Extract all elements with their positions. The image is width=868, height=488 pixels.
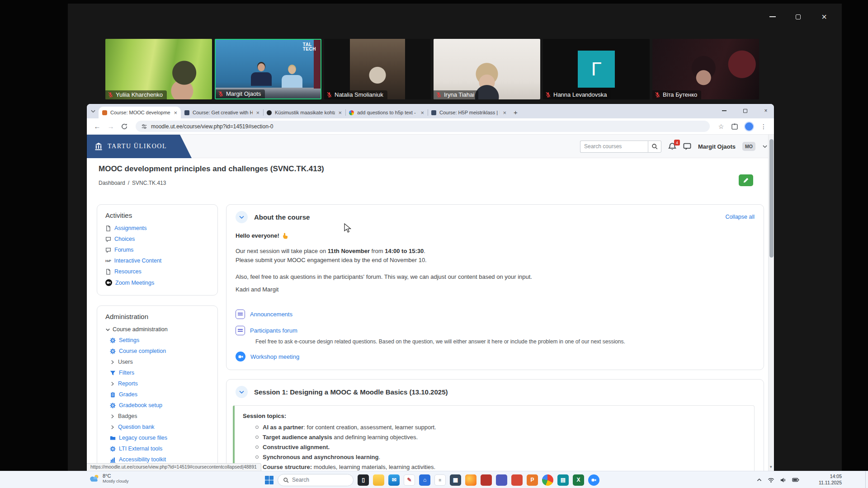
chevron-down-icon[interactable]: [762, 144, 768, 149]
calculator-app-icon[interactable]: ▦: [450, 474, 461, 486]
search-button[interactable]: [648, 141, 661, 153]
tab-google-search[interactable]: add questions to h5p text - Go ×: [345, 107, 428, 118]
battery-icon[interactable]: [792, 476, 799, 483]
admin-item-question-bank[interactable]: Question bank: [110, 424, 209, 430]
collapse-all-link[interactable]: Collapse all: [725, 214, 755, 220]
sharepoint-app-icon[interactable]: ▤: [557, 474, 569, 486]
tab-course-mooc[interactable]: Course: MOOC development p ×: [99, 107, 181, 118]
email-red-app-icon[interactable]: [511, 474, 523, 486]
admin-item-filters[interactable]: Filters: [110, 370, 209, 376]
new-tab-button[interactable]: +: [514, 108, 518, 116]
browser-menu-icon[interactable]: ⋮: [758, 123, 769, 130]
edit-mode-button[interactable]: [739, 174, 753, 186]
admin-item-gradebook-setup[interactable]: Gradebook setup: [110, 402, 209, 408]
admin-item-badges[interactable]: Badges: [110, 413, 209, 419]
participant-tile-hanna[interactable]: Г Hanna Levandovska: [543, 39, 650, 99]
admin-item-accessibility-toolkit[interactable]: Accessibility toolkit: [110, 456, 209, 463]
site-settings-icon[interactable]: [141, 123, 147, 130]
admin-item-grades[interactable]: Grades: [110, 391, 209, 398]
participant-tile-yuliia[interactable]: Yuliia Kharchenko: [105, 39, 212, 99]
section-title[interactable]: Session 1: Designing a MOOC & Moodle Bas…: [254, 388, 448, 396]
tab-close-icon[interactable]: ×: [256, 109, 259, 116]
participant-tile-margit[interactable]: TAL TECH Margit Ojaots: [215, 39, 321, 99]
taskbar-search[interactable]: [278, 474, 354, 486]
chrome-icon[interactable]: [542, 474, 553, 486]
participant-tile-iryna[interactable]: Iryna Tiahai: [434, 39, 540, 99]
avatar[interactable]: MO: [742, 142, 755, 151]
wifi-icon[interactable]: [768, 477, 774, 483]
zoom-app-icon[interactable]: [588, 474, 599, 486]
participant-tile-natalia[interactable]: Natalia Smolianiuk: [324, 39, 431, 99]
teams-app-icon[interactable]: [496, 474, 507, 486]
speaker-icon[interactable]: [780, 477, 787, 483]
admin-item-course-completion[interactable]: Course completion: [110, 348, 209, 354]
extensions-icon[interactable]: [729, 123, 741, 130]
tab-get-creative[interactable]: Course: Get creative with H5P ×: [181, 107, 263, 118]
tab-close-icon[interactable]: ×: [503, 109, 506, 116]
tab-close-icon[interactable]: ×: [420, 109, 424, 116]
back-button[interactable]: ←: [91, 122, 103, 130]
pdf-app-icon[interactable]: [481, 474, 492, 486]
taskbar-clock[interactable]: 14:05 11.11.2025: [819, 473, 842, 486]
sidebar-item-choices[interactable]: Choices: [105, 236, 209, 242]
scroll-down-icon[interactable]: ▾: [770, 465, 772, 469]
breadcrumb-dashboard[interactable]: Dashboard: [99, 180, 125, 186]
file-explorer-icon[interactable]: [373, 474, 384, 486]
reload-button[interactable]: [118, 123, 130, 130]
sidebar-item-assignments[interactable]: Assignments: [105, 225, 209, 231]
page-scrollbar[interactable]: ▾: [768, 135, 774, 471]
zoom-close-button[interactable]: ×: [816, 11, 832, 23]
address-bar[interactable]: moodle.ut.ee/course/view.php?id=14519#se…: [136, 121, 710, 132]
browser-profile-avatar[interactable]: [744, 122, 754, 131]
tab-kusimustik[interactable]: Küsimustik maasikate kohta ×: [263, 107, 345, 118]
excel-app-icon[interactable]: X: [573, 474, 584, 486]
activity-participants-forum[interactable]: Participants forum: [236, 326, 755, 335]
taskbar-search-input[interactable]: [292, 477, 342, 483]
sidebar-item-interactive-content[interactable]: H•PInteractive Content: [105, 258, 209, 264]
activity-announcements[interactable]: Announcements: [236, 310, 755, 319]
tab-close-icon[interactable]: ×: [338, 109, 342, 116]
admin-item-settings[interactable]: Settings: [110, 337, 209, 343]
messages-button[interactable]: [683, 142, 691, 150]
zoom-minimize-button[interactable]: [765, 11, 780, 23]
sidebar-item-resources[interactable]: Resources: [105, 268, 209, 275]
sidebar-item-forums[interactable]: Forums: [105, 247, 209, 253]
powerpoint-app-icon[interactable]: P: [527, 474, 538, 486]
forward-button[interactable]: →: [105, 122, 117, 130]
bookmark-star-icon[interactable]: ☆: [715, 123, 727, 130]
firefox-icon[interactable]: [465, 474, 476, 486]
admin-item-legacy-course-files[interactable]: Legacy course files: [110, 435, 209, 441]
tab-search-icon[interactable]: [90, 108, 96, 114]
start-button[interactable]: [265, 476, 274, 484]
browser-close-button[interactable]: ×: [758, 104, 774, 117]
admin-item-users[interactable]: Users: [110, 359, 209, 365]
tab-h5p-meistriklass[interactable]: Course: H5P meistriklass | Moo ×: [428, 107, 510, 118]
admin-item-lti-external-tools[interactable]: LTI External tools: [110, 446, 209, 452]
hidden-icons-caret[interactable]: [756, 477, 762, 483]
notebook-app-icon[interactable]: ▯: [358, 474, 369, 486]
university-logo[interactable]: TARTU ÜLIKOOL: [87, 135, 192, 158]
participant-tile-vita[interactable]: Віта Бутенко: [652, 39, 759, 99]
breadcrumb-course[interactable]: SVNC.TK.413: [132, 180, 166, 186]
scrollbar-thumb[interactable]: [769, 139, 774, 258]
search-courses-input[interactable]: [580, 141, 648, 153]
user-name[interactable]: Margit Ojaots: [698, 143, 736, 150]
tab-close-icon[interactable]: ×: [174, 109, 177, 116]
notepad-app-icon[interactable]: ≡: [434, 474, 446, 486]
course-administration-node[interactable]: Course administration: [105, 326, 209, 333]
pen-app-icon[interactable]: ✎: [404, 474, 415, 486]
store-app-icon[interactable]: ⌂: [419, 474, 430, 486]
notifications-button[interactable]: 4: [668, 142, 676, 150]
collapse-section-button[interactable]: [236, 386, 248, 398]
show-desktop-button[interactable]: [865, 471, 868, 488]
sidebar-item-zoom-meetings[interactable]: Zoom Meetings: [105, 279, 209, 286]
admin-item-reports[interactable]: Reports: [110, 380, 209, 387]
mail-app-icon[interactable]: ✉: [388, 474, 400, 486]
section-title[interactable]: About the course: [254, 213, 310, 221]
collapse-section-button[interactable]: [236, 211, 248, 223]
browser-minimize-button[interactable]: [716, 104, 732, 117]
zoom-maximize-button[interactable]: [790, 11, 806, 23]
weather-widget[interactable]: 8°C Mostly cloudy: [89, 473, 129, 483]
browser-maximize-button[interactable]: [737, 104, 753, 117]
activity-workshop-meeting[interactable]: Workshop meeting: [236, 352, 755, 361]
